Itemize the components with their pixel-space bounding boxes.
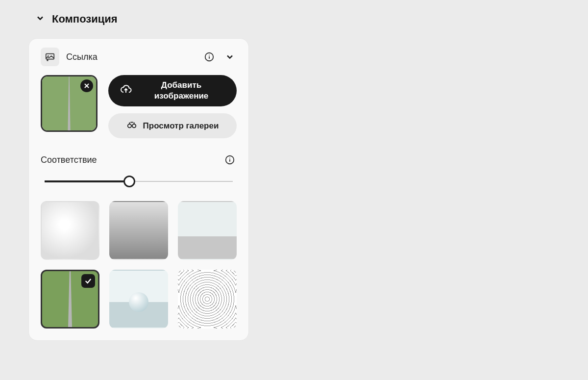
strength-label: Соответствие bbox=[41, 155, 223, 165]
strength-row: Соответствие bbox=[41, 153, 237, 167]
add-image-label: Добавить изображение bbox=[138, 80, 225, 101]
remove-reference-button[interactable] bbox=[80, 79, 93, 92]
binoculars-icon bbox=[126, 119, 137, 132]
svg-point-7 bbox=[127, 124, 131, 127]
gallery-grid bbox=[41, 201, 237, 329]
slider-handle[interactable] bbox=[123, 176, 135, 187]
slider-fill bbox=[45, 180, 129, 182]
composition-card: Ссылка Добавить изображение bbox=[28, 38, 249, 341]
gallery-item-owl-lineart[interactable] bbox=[178, 270, 237, 329]
gallery-item-bird-lineart[interactable] bbox=[41, 201, 99, 260]
gallery-item-mountain-bw[interactable] bbox=[109, 201, 168, 260]
gallery-item-sphere-render[interactable] bbox=[109, 270, 168, 329]
info-icon[interactable] bbox=[223, 153, 237, 167]
strength-slider[interactable] bbox=[45, 175, 233, 188]
check-icon bbox=[81, 274, 95, 288]
reference-area: Добавить изображение Просмотр галереи bbox=[41, 75, 237, 138]
gallery-item-road-aerial[interactable] bbox=[41, 270, 99, 329]
reference-thumbnail[interactable] bbox=[41, 75, 98, 132]
preview-panel bbox=[265, 0, 588, 380]
add-image-button[interactable]: Добавить изображение bbox=[108, 75, 237, 106]
info-icon[interactable] bbox=[202, 50, 216, 64]
reference-icon bbox=[41, 48, 59, 66]
svg-point-8 bbox=[132, 124, 135, 127]
composition-panel: Композиция Ссылка bbox=[0, 0, 265, 380]
svg-rect-0 bbox=[46, 54, 54, 59]
browse-gallery-label: Просмотр галереи bbox=[143, 121, 219, 131]
reference-title: Ссылка bbox=[66, 52, 196, 62]
chevron-down-icon bbox=[35, 13, 45, 25]
svg-point-11 bbox=[229, 158, 230, 159]
gallery-item-living-room[interactable] bbox=[178, 201, 237, 260]
reference-row-header: Ссылка bbox=[41, 48, 237, 66]
upload-icon bbox=[120, 83, 132, 98]
section-title: Композиция bbox=[52, 13, 118, 25]
section-header[interactable]: Композиция bbox=[28, 9, 249, 29]
chevron-down-icon[interactable] bbox=[223, 50, 237, 64]
browse-gallery-button[interactable]: Просмотр галереи bbox=[108, 113, 237, 138]
svg-point-4 bbox=[209, 54, 210, 55]
